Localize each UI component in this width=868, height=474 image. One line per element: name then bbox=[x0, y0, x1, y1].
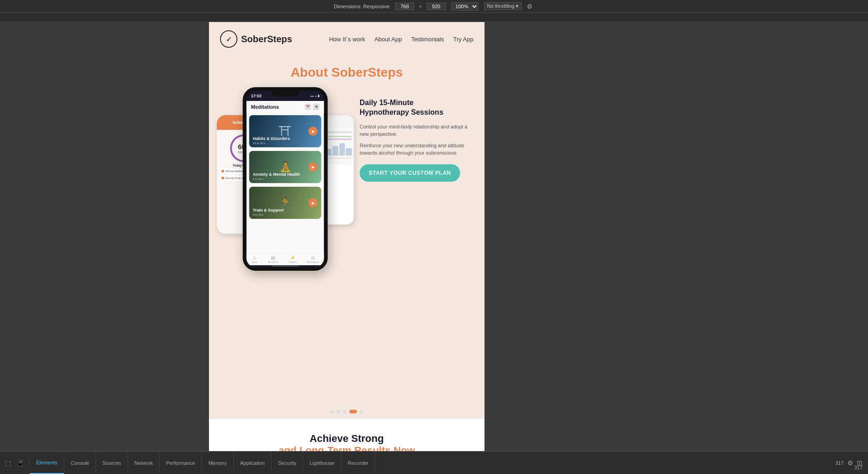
content-area: SoberSteps 60 Days Sober Today's miss... bbox=[209, 87, 485, 402]
phone-time: 17:02 bbox=[251, 94, 262, 98]
devtools-tab-console[interactable]: Console bbox=[64, 452, 96, 474]
devtools-tab-elements[interactable]: Elements bbox=[30, 452, 64, 474]
phone-nav-workbook[interactable]: ▤ Workbook bbox=[268, 255, 278, 263]
nav-try-app[interactable]: Try App bbox=[453, 36, 473, 43]
about-section: About SoberSteps bbox=[209, 56, 485, 87]
phone-calendar-icon: 📅 bbox=[305, 104, 311, 110]
dimensions-x: × bbox=[419, 4, 422, 9]
meditation-card-habits-text: Habits & Disorders 15 m 10 s bbox=[253, 136, 290, 145]
devtools-tab-network[interactable]: Network bbox=[128, 452, 160, 474]
devtools-tab-performance[interactable]: Performance bbox=[160, 452, 202, 474]
carousel-dot-2[interactable] bbox=[337, 410, 340, 413]
signal-icon: ▪▪▪ bbox=[310, 95, 314, 98]
phone-nav-meditations[interactable]: ◎ Meditations bbox=[307, 255, 319, 263]
logo-text: SoberSteps bbox=[241, 34, 292, 45]
meditation-card-habits-title: Habits & Disorders bbox=[253, 136, 290, 141]
phone-settings-icon: ⚙ bbox=[313, 104, 320, 110]
navbar: ✓ SoberSteps How It´s work About App Tes… bbox=[209, 22, 485, 56]
app-content: ✓ SoberSteps How It´s work About App Tes… bbox=[209, 22, 485, 474]
nav-about-app[interactable]: About App bbox=[374, 36, 402, 43]
width-input[interactable] bbox=[395, 3, 414, 10]
logo-area: ✓ SoberSteps bbox=[220, 30, 292, 48]
meditation-card-habits: ⛩ ✕ Habits & Disorders 15 m 10 s ▶ bbox=[249, 115, 321, 147]
logo-icon: ✓ bbox=[220, 30, 237, 48]
left-background bbox=[0, 22, 209, 474]
devtools-tab-application[interactable]: Application bbox=[234, 452, 272, 474]
carousel-dot-4[interactable] bbox=[349, 410, 357, 413]
right-background bbox=[485, 22, 868, 474]
devtools-bottom: ⬚ 📱 Elements Console Sources Network Per… bbox=[0, 451, 868, 474]
phone-nav-home[interactable]: ⌂ Home bbox=[252, 255, 258, 263]
phone-nav-triggers-label: Triggers bbox=[288, 261, 297, 263]
bottom-title: Achieve Strong bbox=[220, 433, 473, 445]
device-toolbar-button[interactable]: 📱 bbox=[15, 459, 26, 467]
height-input[interactable] bbox=[427, 3, 446, 10]
devtools-tabs: Elements Console Sources Network Perform… bbox=[30, 452, 375, 474]
meditation-card-train-title: Train & Support bbox=[253, 208, 284, 213]
main-wrapper: ✓ SoberSteps How It´s work About App Tes… bbox=[0, 22, 868, 474]
phone-home-indicator bbox=[247, 265, 324, 267]
devtools-tab-security[interactable]: Security bbox=[271, 452, 303, 474]
phone-status-icons: ▪▪▪ ⌾ ▮ bbox=[310, 94, 319, 98]
devtools-tab-lighthouse[interactable]: Lighthouse bbox=[303, 452, 341, 474]
devtools-tab-sources[interactable]: Sources bbox=[96, 452, 128, 474]
devtools-tab-memory[interactable]: Memory bbox=[202, 452, 234, 474]
wifi-icon: ⌾ bbox=[315, 95, 317, 98]
inspect-element-button[interactable]: ⬚ bbox=[4, 459, 12, 467]
dimensions-label: Dimensions: Responsive bbox=[334, 4, 389, 9]
meditate-icon: 🧘 bbox=[279, 161, 292, 173]
carousel-dot-3[interactable] bbox=[343, 410, 347, 413]
phone-nav-triggers[interactable]: ⚡ Triggers bbox=[288, 255, 297, 263]
phone-header-icons: 📅 ⚙ bbox=[305, 104, 320, 110]
meditation-card-anxiety-title: Anxiety & Mental Health bbox=[253, 172, 300, 177]
phone-left-dot-2 bbox=[221, 177, 224, 179]
phone-content-header: Meditations 📅 ⚙ bbox=[247, 101, 324, 113]
carousel-dot-5[interactable] bbox=[360, 410, 363, 413]
page-number: 317 bbox=[854, 465, 862, 470]
cta-button[interactable]: START YOUR CUSTOM PLAN bbox=[360, 164, 460, 182]
zoom-select[interactable]: 100% 75% 50% bbox=[451, 2, 479, 11]
phone-content: Meditations 📅 ⚙ ⛩ ✕ bbox=[247, 101, 324, 267]
nav-links: How It´s work About App Testimonials Try… bbox=[329, 36, 473, 43]
meditation-play-habits[interactable]: ▶ bbox=[309, 127, 318, 136]
card-close-habits[interactable]: ✕ bbox=[315, 117, 320, 121]
phone-home-bar bbox=[271, 266, 299, 267]
nav-testimonials[interactable]: Testimonials bbox=[411, 36, 444, 43]
phone-nav-meditations-label: Meditations bbox=[307, 261, 319, 263]
devtools-counter: 317 bbox=[835, 460, 844, 466]
meditation-card-train: 🏃 Train & Support 5 m 10 s ▶ bbox=[249, 187, 321, 219]
meditation-card-habits-duration: 15 m 10 s bbox=[253, 142, 290, 145]
throttle-button[interactable]: No throttling ▾ bbox=[484, 2, 522, 10]
nav-how-it-works[interactable]: How It´s work bbox=[329, 36, 365, 43]
devtools-gear-icon[interactable]: ⚙ bbox=[847, 459, 853, 467]
battery-icon: ▮ bbox=[318, 94, 320, 98]
ruler-area bbox=[0, 13, 868, 22]
phone-right-bar-7 bbox=[346, 148, 352, 156]
meditation-card-anxiety-text: Anxiety & Mental Health 5 m 10 s bbox=[253, 172, 300, 180]
meditation-play-anxiety[interactable]: ▶ bbox=[309, 162, 318, 172]
meditation-card-train-text: Train & Support 5 m 10 s bbox=[253, 208, 284, 216]
phone-right-bar-6 bbox=[339, 143, 345, 156]
carousel-dots bbox=[209, 402, 485, 419]
phone-right-bar-5 bbox=[333, 146, 338, 156]
phone-left-dot-1 bbox=[221, 170, 224, 173]
phone-nav-triggers-icon: ⚡ bbox=[290, 255, 295, 260]
settings-icon-button[interactable]: ⚙ bbox=[525, 3, 534, 10]
feature-desc-2: Reinforce your new understanding and att… bbox=[360, 142, 477, 157]
meditation-card-train-duration: 5 m 10 s bbox=[253, 213, 284, 216]
meditation-play-train[interactable]: ▶ bbox=[309, 198, 318, 207]
run-icon: 🏃 bbox=[279, 197, 292, 209]
devtools-top-bar: Dimensions: Responsive × 100% 75% 50% No… bbox=[0, 0, 868, 13]
phone-notch bbox=[271, 91, 299, 96]
phones-area: SoberSteps 60 Days Sober Today's miss... bbox=[216, 87, 354, 284]
about-title: About SoberSteps bbox=[220, 65, 473, 80]
devtools-tab-recorder[interactable]: Recorder bbox=[341, 452, 375, 474]
carousel-dot-1[interactable] bbox=[330, 410, 334, 413]
phone-bottom-nav: ⌂ Home ▤ Workbook ⚡ Triggers bbox=[247, 253, 324, 265]
feature-desc-1: Control your mind-body relationship and … bbox=[360, 123, 477, 138]
meditation-card-anxiety-duration: 5 m 10 s bbox=[253, 178, 300, 180]
feature-title: Daily 15-MinuteHypnotherapy Sessions bbox=[360, 98, 477, 117]
phone-nav-home-icon: ⌂ bbox=[253, 255, 256, 260]
phone-center: 17:02 ▪▪▪ ⌾ ▮ Meditations 📅 ⚙ bbox=[243, 87, 328, 271]
phone-nav-workbook-label: Workbook bbox=[268, 261, 278, 263]
